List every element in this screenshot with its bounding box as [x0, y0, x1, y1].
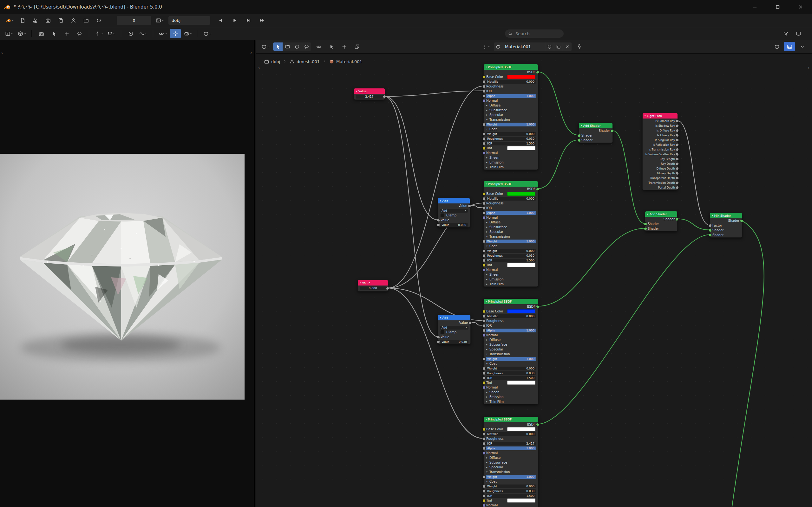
input-socket[interactable]: [483, 147, 486, 150]
play-double-button[interactable]: [256, 16, 267, 25]
node-row-add[interactable]: Add▾: [438, 208, 470, 213]
photo-cam-button[interactable]: [36, 29, 47, 38]
output-socket[interactable]: [675, 218, 678, 221]
output-socket[interactable]: [676, 167, 679, 170]
node-row-tint[interactable]: Tint: [484, 380, 538, 385]
monitor-button[interactable]: [793, 29, 804, 38]
collapse-icon[interactable]: ▾: [486, 418, 487, 421]
node-wire[interactable]: [385, 96, 438, 220]
node-row-clamp[interactable]: Clamp: [438, 330, 470, 335]
node-header[interactable]: ▾Mix Shader: [710, 213, 742, 218]
object-name-field[interactable]: [168, 16, 210, 25]
panel-collapse-icon[interactable]: ‹: [250, 51, 252, 55]
input-socket[interactable]: [483, 216, 486, 219]
minimize-button[interactable]: [744, 0, 766, 14]
overlays-button[interactable]: [183, 29, 194, 38]
snap-button[interactable]: [170, 29, 181, 38]
breadcrumb-item[interactable]: dmesh.001: [289, 59, 320, 64]
node-row-clamp[interactable]: Clamp: [438, 213, 470, 218]
input-socket[interactable]: [483, 447, 486, 450]
output-socket[interactable]: [468, 321, 472, 325]
node-row-diffuse[interactable]: ▸Diffuse: [484, 455, 538, 460]
node-bsdf3[interactable]: ▾Principled BSDFBSDFBase ColorMetallic0.…: [484, 298, 538, 404]
cursor-button[interactable]: [273, 43, 283, 51]
output-socket[interactable]: [676, 148, 679, 151]
input-socket[interactable]: [483, 452, 486, 455]
wave-button[interactable]: [138, 29, 149, 38]
node-row-ior[interactable]: IOR1.500: [484, 258, 538, 263]
node-row-roughness[interactable]: Roughness0.030: [484, 136, 538, 141]
node-row-roughness[interactable]: Roughness0.030: [484, 371, 538, 376]
output-socket[interactable]: [676, 153, 679, 156]
node-wire[interactable]: [388, 86, 484, 288]
output-socket[interactable]: [740, 219, 743, 222]
node-row-metallic[interactable]: Metallic0.000: [484, 196, 538, 201]
input-socket[interactable]: [483, 254, 486, 257]
color-swatch[interactable]: [507, 498, 536, 503]
input-socket[interactable]: [483, 211, 486, 215]
input-socket[interactable]: [483, 372, 486, 375]
cursor-button[interactable]: [326, 42, 337, 51]
node-row-alpha[interactable]: Alpha1.000: [484, 210, 538, 215]
node-row-2-417[interactable]: 2.417: [354, 94, 385, 100]
scissors-button[interactable]: [30, 16, 41, 25]
node-row-ior[interactable]: IOR1.500: [484, 141, 538, 146]
plus-button[interactable]: [61, 29, 72, 38]
shading-ball-button[interactable]: [771, 42, 782, 51]
node-wire[interactable]: [388, 288, 484, 439]
input-socket[interactable]: [483, 428, 486, 431]
node-wire[interactable]: [612, 130, 645, 224]
input-socket[interactable]: [483, 475, 486, 478]
color-swatch[interactable]: [507, 263, 536, 267]
play-button[interactable]: [229, 16, 240, 25]
node-row-diffuse[interactable]: ▸Diffuse: [484, 220, 538, 225]
node-header[interactable]: ▾Add: [438, 315, 470, 320]
collapse-icon[interactable]: ▾: [645, 115, 646, 117]
input-socket[interactable]: [483, 90, 486, 93]
node-row-weight[interactable]: Weight0.000: [484, 366, 538, 371]
input-socket[interactable]: [483, 202, 486, 205]
node-header[interactable]: ▾Principled BSDF: [484, 417, 538, 422]
node-row-ior[interactable]: IOR2.417: [484, 441, 538, 446]
node-row-alpha[interactable]: Alpha1.000: [484, 94, 538, 98]
input-socket[interactable]: [483, 264, 486, 267]
node-row-base-color[interactable]: Base Color: [484, 309, 538, 314]
close-button[interactable]: [789, 0, 812, 14]
node-header[interactable]: ▾Principled BSDF: [484, 64, 538, 70]
node-row-weight[interactable]: Weight0.000: [484, 484, 538, 489]
lasso-button[interactable]: [74, 29, 85, 38]
node-row-thin-film[interactable]: ▸Thin Film: [484, 165, 538, 170]
node-row-emission[interactable]: ▸Emission: [484, 395, 538, 399]
ring-button[interactable]: [93, 16, 104, 25]
folder-button[interactable]: [81, 16, 91, 25]
cursor-button[interactable]: [49, 29, 59, 38]
node-row-emission[interactable]: ▸Emission: [484, 160, 538, 165]
node-wire[interactable]: [729, 221, 764, 507]
node-bsdf4[interactable]: ▾Principled BSDFBSDFBase ColorMetallic0.…: [484, 416, 538, 507]
node-wire[interactable]: [538, 228, 645, 306]
input-socket[interactable]: [437, 219, 440, 222]
node-header[interactable]: ▾Principled BSDF: [484, 181, 538, 187]
node-row-base-color[interactable]: Base Color: [484, 427, 538, 432]
collapse-icon[interactable]: ▾: [440, 200, 441, 202]
image-button[interactable]: [784, 42, 795, 51]
magnet-button[interactable]: [106, 29, 117, 38]
input-socket[interactable]: [483, 433, 486, 436]
input-socket[interactable]: [483, 268, 486, 272]
input-socket[interactable]: [483, 259, 486, 262]
input-socket[interactable]: [483, 123, 486, 126]
new-material-button[interactable]: [554, 43, 563, 51]
input-socket[interactable]: [437, 336, 440, 339]
node-wire[interactable]: [538, 235, 710, 424]
node-wire[interactable]: [677, 121, 710, 225]
input-socket[interactable]: [483, 386, 486, 389]
input-socket[interactable]: [483, 95, 486, 98]
copy-button[interactable]: [55, 16, 66, 25]
node-row-coat[interactable]: ▾Coat: [484, 479, 538, 484]
breadcrumb-item[interactable]: dobj: [264, 59, 280, 64]
collapse-icon[interactable]: ▾: [712, 215, 713, 217]
maximize-button[interactable]: [766, 0, 789, 14]
node-header[interactable]: ▾Add Shader: [645, 211, 677, 217]
node-wire[interactable]: [470, 323, 484, 326]
input-socket[interactable]: [483, 80, 486, 83]
